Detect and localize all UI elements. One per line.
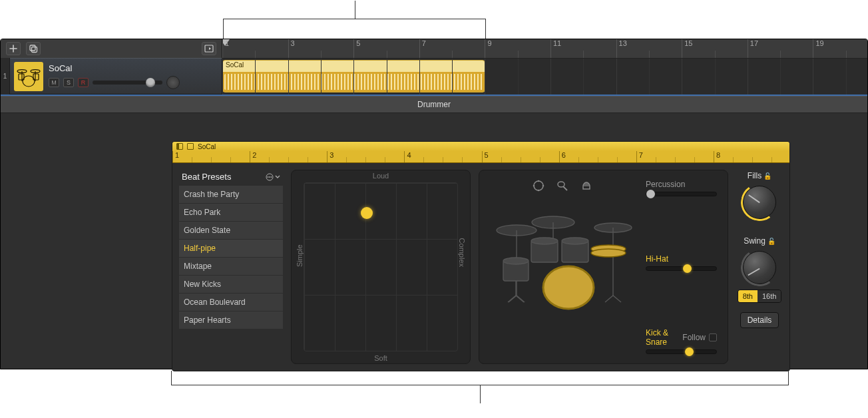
editor-region-name: SoCal (198, 143, 216, 150)
drum-kit-visual[interactable] (490, 180, 636, 354)
arrangement-ruler[interactable]: 135791113151719 (222, 39, 867, 58)
beat-presets-list: Crash the PartyEcho ParkGolden StateHalf… (179, 186, 283, 329)
drummer-editor: SoCal 12345678 Beat Presets Crash the Pa… (172, 141, 790, 371)
ruler-minor-tick (715, 51, 716, 58)
beat-presets-panel: Beat Presets Crash the PartyEcho ParkGol… (179, 170, 283, 364)
track-header[interactable]: SoCal M S R (10, 58, 222, 95)
follow-label: Follow (682, 333, 706, 342)
ruler-tick: 3 (288, 39, 295, 58)
editor-ruler-tick: 4 (404, 151, 411, 162)
ruler-tick: 11 (550, 39, 561, 58)
track-name-label: SoCal (49, 63, 218, 73)
svg-point-28 (531, 238, 558, 244)
svg-point-34 (591, 249, 626, 257)
swing-label: Swing 🔓 (744, 236, 775, 246)
editor-ruler-tick: 2 (250, 151, 256, 162)
fills-knob[interactable] (743, 186, 776, 219)
xy-label-loud: Loud (373, 172, 389, 180)
svg-line-20 (563, 186, 567, 190)
ruler-minor-tick (583, 51, 584, 58)
editor-ruler-tick: 6 (559, 151, 566, 162)
ruler-tick: 19 (813, 39, 823, 58)
preset-item[interactable]: Crash the Party (179, 186, 283, 204)
svg-point-13 (271, 176, 272, 178)
preset-item[interactable]: Ocean Boulevard (179, 294, 283, 312)
svg-point-30 (562, 238, 588, 244)
record-enable-button[interactable]: R (78, 78, 89, 87)
hihat-slider[interactable] (646, 266, 717, 271)
kicksnare-slider-thumb[interactable] (685, 347, 694, 356)
volume-slider[interactable] (93, 81, 162, 85)
swing-knob[interactable] (743, 251, 776, 284)
swing-resolution-segmented[interactable]: 8th 16th (738, 290, 782, 303)
svg-point-15 (538, 180, 540, 182)
xy-label-simple: Simple (296, 244, 304, 267)
swing-8th-button[interactable]: 8th (738, 290, 758, 302)
callout-bottom-bracket (171, 371, 789, 385)
app-window: 135791113151719 1 SoCal (0, 39, 868, 369)
fills-label: Fills 🔓 (748, 171, 771, 180)
svg-point-12 (269, 176, 270, 178)
fills-lock-icon[interactable]: 🔓 (763, 172, 771, 180)
kicksnare-label: Kick & Snare (646, 328, 682, 347)
play-region-icon[interactable] (176, 143, 183, 150)
xy-label-soft: Soft (374, 354, 387, 362)
preset-item[interactable]: Paper Hearts (179, 312, 283, 329)
editor-body: Beat Presets Crash the PartyEcho ParkGol… (172, 163, 789, 371)
ruler-tick: 1 (222, 39, 229, 58)
duplicate-track-button[interactable] (26, 42, 41, 55)
xy-label-complex: Complex (458, 238, 466, 267)
swing-16th-button[interactable]: 16th (758, 290, 781, 302)
arrangement-timeline[interactable]: SoCal (222, 58, 867, 95)
preset-item[interactable]: New Kicks (179, 276, 283, 294)
kicksnare-slider-row: Kick & Snare Follow (646, 328, 717, 354)
ruler-tick: 5 (353, 39, 360, 58)
shaker-icon[interactable] (556, 180, 568, 192)
kit-sliders: Percussion Hi-Hat Kick & Snare (646, 180, 717, 354)
preset-item[interactable]: Mixtape (179, 258, 283, 276)
ruler-minor-tick (255, 51, 256, 58)
svg-point-16 (542, 185, 544, 187)
pan-knob[interactable] (166, 76, 180, 89)
kicksnare-slider[interactable] (646, 349, 717, 354)
chevron-down-icon (275, 174, 280, 180)
beat-presets-header: Beat Presets (179, 170, 283, 186)
editor-ruler-tick: 3 (327, 151, 333, 162)
percussion-slider[interactable] (646, 192, 717, 196)
callout-top-bracket (223, 19, 486, 39)
xy-puck[interactable] (361, 207, 373, 219)
track-number: 1 (1, 58, 10, 95)
solo-button[interactable]: S (63, 78, 74, 87)
follow-checkbox[interactable] (709, 333, 717, 341)
editor-ruler-tick: 8 (714, 151, 720, 162)
performance-xy-pad[interactable]: Loud Soft Simple Complex (291, 170, 471, 364)
beat-presets-title: Beat Presets (182, 172, 231, 182)
svg-point-11 (268, 176, 269, 178)
details-button[interactable]: Details (740, 312, 779, 328)
catch-playhead-button[interactable] (202, 42, 216, 55)
ruler-minor-tick (518, 51, 519, 58)
add-track-button[interactable] (6, 42, 21, 55)
presets-actions-menu[interactable] (266, 173, 280, 181)
ruler-tick: 17 (748, 39, 758, 58)
preset-item[interactable]: Echo Park (179, 204, 283, 222)
hihat-slider-thumb[interactable] (683, 264, 692, 273)
drummer-tab-label[interactable]: Drummer (417, 100, 451, 109)
drum-kit-panel: Percussion Hi-Hat Kick & Snare (479, 170, 728, 364)
swing-lock-icon[interactable]: 🔓 (767, 238, 775, 245)
preset-item[interactable]: Half-pipe (179, 240, 283, 258)
editor-tab-bar: Drummer (1, 96, 867, 113)
ruler-minor-tick (780, 51, 781, 58)
svg-rect-1 (30, 45, 35, 51)
handclap-icon[interactable] (580, 180, 594, 192)
ruler-minor-tick (649, 51, 650, 58)
percussion-slider-thumb[interactable] (646, 190, 655, 198)
preset-item[interactable]: Golden State (179, 222, 283, 240)
ruler-tick: 7 (419, 39, 426, 58)
editor-ruler-tick: 1 (172, 151, 179, 162)
editor-ruler[interactable]: 12345678 (172, 151, 789, 163)
svg-point-9 (23, 76, 35, 87)
tambourine-icon[interactable] (533, 180, 544, 192)
region-midi-icon[interactable] (187, 143, 194, 150)
mute-button[interactable]: M (49, 78, 59, 87)
